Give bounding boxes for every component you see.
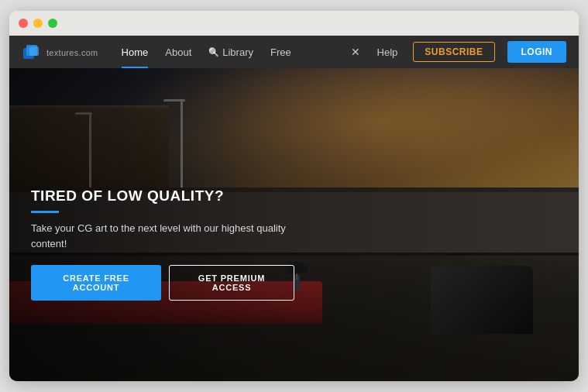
nav-logo[interactable]: textures.com — [22, 42, 98, 62]
browser-window: textures.com Home About Library Free ✕ H… — [9, 11, 579, 381]
nav-home[interactable]: Home — [114, 36, 156, 68]
hero-section: TIRED OF LOW QUALITY? Take your CG art t… — [9, 68, 579, 381]
login-button[interactable]: LOGIN — [507, 41, 567, 63]
subscribe-button[interactable]: SUBSCRIBE — [413, 42, 494, 62]
x-social-icon[interactable]: ✕ — [343, 36, 368, 68]
nav-library[interactable]: Library — [201, 36, 261, 68]
hero-content: TIRED OF LOW QUALITY? Take your CG art t… — [31, 187, 294, 301]
nav-free[interactable]: Free — [263, 36, 299, 68]
minimize-button[interactable] — [33, 19, 43, 28]
hero-subtitle: Take your CG art to the next level with … — [31, 221, 294, 251]
close-button[interactable] — [19, 19, 28, 28]
logo-icon — [22, 42, 42, 62]
hero-title: TIRED OF LOW QUALITY? — [31, 187, 294, 205]
navbar: textures.com Home About Library Free ✕ H… — [9, 36, 579, 68]
premium-access-button[interactable]: GET PREMIUM ACCESS — [169, 265, 294, 301]
browser-content: textures.com Home About Library Free ✕ H… — [9, 36, 579, 381]
create-account-button[interactable]: CREATE FREE ACCOUNT — [31, 265, 161, 301]
svg-rect-2 — [29, 46, 39, 56]
maximize-button[interactable] — [48, 19, 57, 28]
nav-about[interactable]: About — [157, 36, 199, 68]
hero-title-underline — [31, 211, 59, 213]
nav-links: Home About Library Free ✕ Help SUBSCRIBE… — [114, 36, 566, 68]
browser-chrome — [9, 11, 579, 36]
nav-help[interactable]: Help — [370, 36, 406, 68]
hero-buttons: CREATE FREE ACCOUNT GET PREMIUM ACCESS — [31, 265, 294, 301]
logo-text: textures.com — [46, 46, 98, 58]
